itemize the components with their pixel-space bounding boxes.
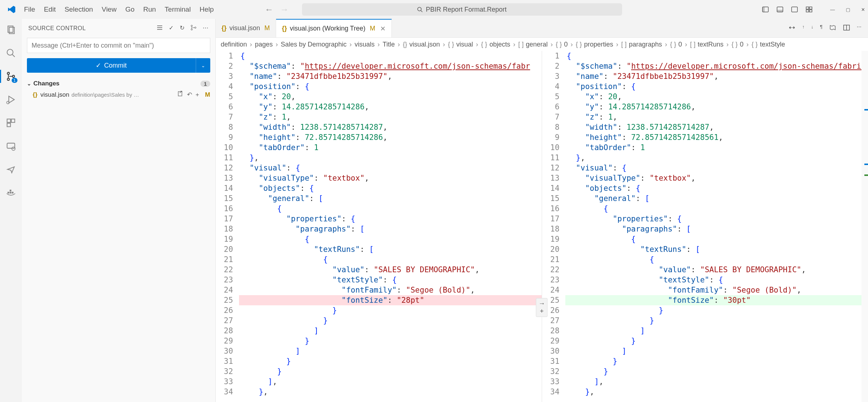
breadcrumb-item[interactable]: definition (221, 41, 247, 48)
changes-section-header[interactable]: ⌄ Changes 1 (22, 78, 215, 89)
breadcrumb-item[interactable]: visual.json (409, 41, 440, 48)
object-icon: { } (732, 41, 738, 48)
share-icon[interactable] (4, 163, 17, 176)
refresh-icon[interactable]: ↻ (180, 24, 185, 32)
commit-dropdown[interactable]: ⌄ (196, 58, 210, 73)
layout-customize-icon[interactable] (805, 5, 813, 14)
search-activity-icon[interactable] (4, 47, 17, 60)
layout-sidebar-right-icon[interactable] (790, 5, 799, 14)
commit-check-icon[interactable]: ✓ (169, 24, 174, 32)
diff-pane-original[interactable]: 1234567891011121314151617181920212223242… (216, 51, 542, 402)
menu-view[interactable]: View (98, 4, 120, 15)
breadcrumb-item[interactable]: general (526, 41, 548, 48)
breadcrumb-item[interactable]: objects (489, 41, 510, 48)
breadcrumb-item[interactable]: 0 (564, 41, 568, 48)
object-icon: { } (670, 41, 676, 48)
source-control-icon[interactable]: 1 (4, 70, 17, 83)
changed-file-item[interactable]: {} visual.json definition\pages\Sales by… (22, 89, 215, 100)
svg-rect-21 (11, 119, 15, 122)
revert-change-icon[interactable]: →+ (536, 298, 548, 317)
menu-terminal[interactable]: Terminal (161, 4, 195, 15)
svg-rect-3 (763, 7, 765, 12)
docker-icon[interactable] (4, 186, 17, 199)
diff-pane-modified[interactable]: 1234567891011121314151617181920212223242… (542, 51, 868, 402)
tab-visual-json-working[interactable]: {} visual.json (Working Tree) M ✕ (276, 19, 392, 37)
array-icon: [ ] (621, 41, 627, 48)
breadcrumb-item[interactable]: Sales by Demographic (281, 41, 347, 48)
code-content[interactable]: { "$schema": "https://developer.microsof… (239, 51, 542, 402)
breadcrumb-item[interactable]: 0 (678, 41, 682, 48)
menu-edit[interactable]: Edit (40, 4, 60, 15)
svg-point-24 (12, 147, 15, 150)
search-title: PBIR Report Format.Report (426, 6, 506, 13)
extensions-icon[interactable] (4, 116, 17, 129)
nav-forward-icon[interactable]: → (280, 4, 289, 15)
discard-changes-icon[interactable]: ↶ (187, 91, 192, 99)
editor-area: {} visual.json M {} visual.json (Working… (216, 19, 868, 402)
explorer-icon[interactable] (4, 23, 17, 36)
tab-more-icon[interactable]: ⋯ (857, 24, 861, 32)
commit-button[interactable]: ✓Commit (27, 58, 196, 73)
command-center[interactable]: PBIR Report Format.Report (302, 3, 622, 16)
nav-back-icon[interactable]: ← (265, 4, 274, 15)
split-editor-icon[interactable] (843, 24, 850, 32)
more-actions-icon[interactable]: ⋯ (203, 24, 209, 32)
next-change-icon[interactable]: ↓ (811, 24, 814, 32)
branch-icon[interactable] (190, 24, 197, 32)
prev-change-icon[interactable]: ↑ (802, 24, 805, 32)
layout-panel-icon[interactable] (776, 5, 784, 14)
minimize-icon[interactable]: — (830, 7, 835, 12)
svg-rect-22 (7, 123, 10, 126)
breadcrumb[interactable]: definition› pages› Sales by Demographic›… (216, 38, 868, 51)
json-file-icon: {} (222, 24, 227, 32)
tab-status: M (370, 25, 375, 32)
toggle-inline-icon[interactable] (788, 24, 796, 32)
svg-rect-25 (8, 192, 9, 194)
stage-changes-icon[interactable]: + (196, 91, 199, 99)
menu-go[interactable]: Go (122, 4, 138, 15)
svg-rect-5 (777, 10, 783, 12)
menu-bar: File Edit Selection View Go Run Terminal… (20, 4, 218, 15)
activity-bar: 1 (0, 19, 22, 402)
changes-label: Changes (33, 80, 60, 87)
minimap[interactable] (861, 51, 868, 402)
breadcrumb-item[interactable]: properties (584, 41, 613, 48)
whitespace-icon[interactable]: ¶ (820, 24, 823, 32)
breadcrumb-item[interactable]: textStyle (760, 41, 785, 48)
breadcrumb-item[interactable]: visuals (355, 41, 375, 48)
svg-point-13 (7, 49, 13, 55)
menu-help[interactable]: Help (196, 4, 217, 15)
tab-close-icon[interactable]: ✕ (380, 25, 386, 33)
commit-message-input[interactable] (27, 38, 210, 53)
file-status: M (205, 91, 210, 99)
open-file-icon[interactable] (178, 91, 183, 99)
breadcrumb-item[interactable]: paragraphs (629, 41, 662, 48)
tab-visual-json-index[interactable]: {} visual.json M (216, 19, 276, 37)
title-right-controls: — ▢ ✕ (761, 5, 865, 14)
view-as-tree-icon[interactable] (156, 24, 163, 32)
breadcrumb-item[interactable]: 0 (740, 41, 744, 48)
title-bar: File Edit Selection View Go Run Terminal… (0, 0, 868, 19)
svg-rect-26 (9, 192, 11, 194)
breadcrumb-item[interactable]: textRuns (698, 41, 724, 48)
close-icon[interactable]: ✕ (861, 7, 865, 12)
json-file-icon: {} (33, 91, 37, 99)
menu-run[interactable]: Run (140, 4, 160, 15)
layout-sidebar-left-icon[interactable] (761, 5, 770, 14)
sidebar-header: SOURCE CONTROL ✓ ↻ ⋯ (22, 19, 215, 38)
breadcrumb-item[interactable]: Title (383, 41, 395, 48)
menu-selection[interactable]: Selection (61, 4, 96, 15)
menu-file[interactable]: File (20, 4, 39, 15)
map-icon[interactable] (829, 24, 836, 32)
breadcrumb-item[interactable]: pages (255, 41, 273, 48)
diff-editor: 1234567891011121314151617181920212223242… (216, 51, 868, 402)
svg-rect-35 (178, 92, 182, 96)
scm-badge: 1 (12, 78, 17, 83)
remote-icon[interactable] (4, 140, 17, 153)
svg-point-32 (191, 25, 192, 27)
breadcrumb-item[interactable]: visual (456, 41, 473, 48)
maximize-icon[interactable]: ▢ (846, 7, 850, 12)
run-debug-icon[interactable] (4, 93, 17, 106)
chevron-down-icon: ⌄ (27, 81, 31, 87)
code-content[interactable]: { "$schema": "https://developer.microsof… (565, 51, 868, 402)
